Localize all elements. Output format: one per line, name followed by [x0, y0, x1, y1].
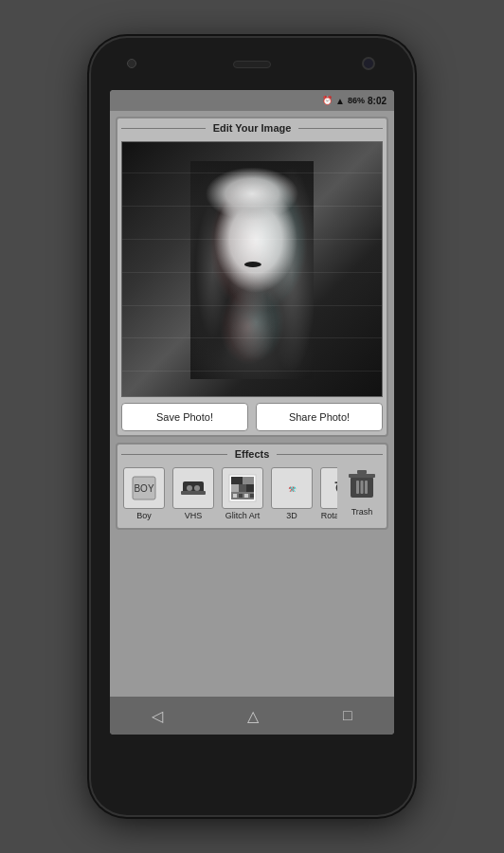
effect-item-rotate90[interactable]: ↻ Rotate 90° [318, 467, 337, 520]
main-content: Edit Your Image [110, 111, 394, 697]
effect-icon-vhs [172, 467, 214, 509]
svg-rect-18 [356, 481, 359, 494]
recent-icon: □ [343, 707, 352, 724]
edit-panel: Edit Your Image [116, 117, 388, 437]
recents-button[interactable]: □ [343, 707, 352, 724]
phone-top-bar [91, 38, 413, 90]
effect-icon-rotate90: ↻ [320, 467, 337, 509]
actions-row: Save Photo! Share Photo! [121, 403, 383, 431]
effect-label-rotate90: Rotate 90° [321, 511, 337, 520]
svg-rect-20 [365, 481, 368, 494]
effect-icon-3d: ⚒⚒ [271, 467, 313, 509]
svg-rect-22 [357, 470, 367, 474]
wifi-icon: ▲ [335, 96, 345, 106]
camera-lens [362, 57, 375, 70]
speaker [233, 61, 271, 68]
status-icons: ⏰ ▲ 86% 8:02 [322, 96, 387, 106]
svg-rect-15 [244, 494, 248, 498]
effect-icon-boy: BOY [123, 467, 165, 509]
svg-text:BOY: BOY [134, 483, 153, 494]
effect-item-3d[interactable]: ⚒⚒ 3D [269, 467, 315, 520]
effects-title-bar: Effects [121, 448, 383, 460]
effects-panel: Effects BOY Boy [116, 443, 388, 530]
trash-label: Trash [351, 507, 373, 517]
save-photo-button[interactable]: Save Photo! [121, 403, 248, 431]
svg-rect-10 [239, 484, 246, 492]
home-button[interactable]: △ [247, 707, 259, 725]
svg-rect-5 [181, 491, 206, 495]
edit-title-bar: Edit Your Image [121, 122, 383, 134]
effect-item-boy[interactable]: BOY Boy [121, 467, 167, 520]
portrait-lips [244, 262, 261, 267]
svg-rect-3 [187, 485, 192, 491]
trash-button[interactable]: Trash [341, 463, 383, 517]
effect-item-glitch[interactable]: Glitch Art [220, 467, 265, 520]
phone-device: ⏰ ▲ 86% 8:02 Edit Your Image [91, 38, 413, 815]
trash-icon [343, 463, 381, 505]
effect-label-3d: 3D [286, 511, 297, 520]
image-preview [121, 141, 383, 397]
time-display: 8:02 [368, 96, 387, 106]
effect-item-vhs[interactable]: VHS [171, 467, 216, 520]
portrait-figure [122, 142, 382, 396]
svg-rect-19 [361, 481, 364, 494]
svg-rect-21 [349, 474, 375, 478]
svg-rect-9 [231, 484, 239, 492]
svg-rect-16 [250, 494, 254, 498]
svg-rect-14 [239, 494, 243, 498]
channel-cyan [194, 159, 317, 377]
svg-rect-7 [231, 477, 243, 484]
effects-panel-title: Effects [227, 448, 278, 460]
effect-label-glitch: Glitch Art [225, 511, 261, 520]
edit-panel-title: Edit Your Image [206, 122, 299, 134]
phone-screen: ⏰ ▲ 86% 8:02 Edit Your Image [110, 90, 394, 735]
back-icon: ◁ [152, 707, 163, 725]
svg-rect-8 [243, 477, 254, 484]
svg-rect-13 [233, 494, 237, 498]
front-camera [127, 59, 136, 68]
portrait-shape [190, 161, 314, 379]
effect-icon-glitch [222, 467, 263, 509]
share-photo-button[interactable]: Share Photo! [256, 403, 383, 431]
effect-label-boy: Boy [136, 511, 152, 520]
svg-rect-11 [246, 484, 254, 492]
battery-indicator: 86% [348, 96, 365, 105]
back-button[interactable]: ◁ [152, 707, 163, 725]
effect-label-vhs: VHS [185, 511, 203, 520]
clock-icon: ⏰ [322, 96, 333, 105]
navigation-bar: ◁ △ □ [110, 697, 394, 735]
home-icon: △ [247, 707, 259, 725]
status-bar: ⏰ ▲ 86% 8:02 [110, 90, 394, 111]
svg-rect-4 [194, 485, 200, 491]
effects-scroll: BOY Boy [121, 463, 337, 524]
